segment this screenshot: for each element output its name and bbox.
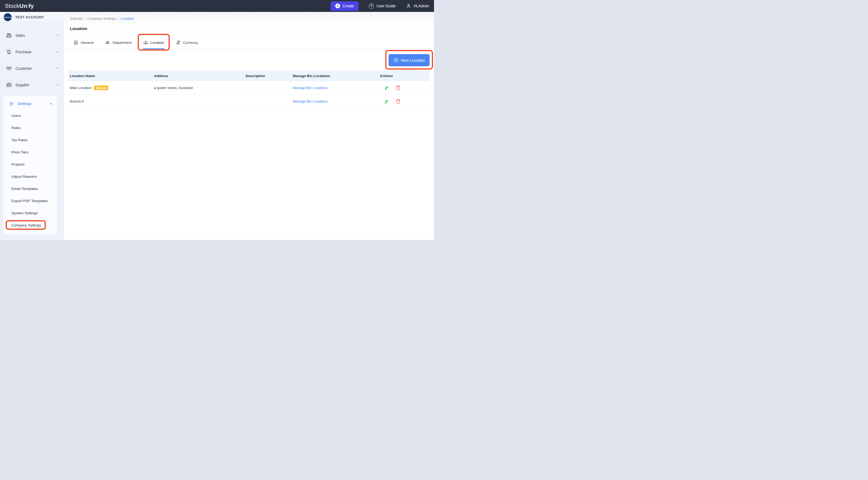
sidebar-item-label: Customer — [16, 66, 32, 71]
sidebar-item-label: Supplier — [16, 83, 29, 87]
sidebar-item-label: Purchase — [16, 50, 31, 54]
breadcrumb-company-settings[interactable]: Company Settings — [87, 17, 116, 21]
warehouse-icon — [144, 40, 148, 45]
submenu-label: Price Tiers — [11, 150, 29, 154]
sidebar-nav: Sales Purchase Customer — [0, 23, 64, 93]
page-header: Settings / Company Settings / Location L… — [64, 12, 434, 35]
user-menu[interactable]: Hi,Admin — [406, 3, 429, 9]
breadcrumb-settings[interactable]: Settings — [70, 17, 83, 21]
trash-icon — [396, 99, 400, 104]
id-card-icon — [6, 82, 12, 88]
sidebar-item-export-pdf-templates[interactable]: Export PDF Templates — [3, 195, 57, 207]
submenu-label: System Settings — [11, 211, 38, 215]
plus-circle-icon: + — [335, 3, 340, 8]
tab-bar: General Department Location — [64, 36, 434, 49]
main-content: Settings / Company Settings / Location L… — [64, 12, 434, 240]
edit-button[interactable] — [384, 85, 389, 90]
delete-button[interactable] — [396, 85, 400, 90]
breadcrumb-location[interactable]: Location — [121, 17, 134, 21]
locations-table: Location Name Address Description Manage… — [69, 71, 430, 108]
manage-bin-locations-link[interactable]: Manage Bin Locations — [293, 99, 328, 103]
tab-currency[interactable]: Currency — [174, 36, 200, 49]
submenu-label: Roles — [11, 126, 21, 130]
chevron-down-icon — [56, 50, 59, 54]
edit-button[interactable] — [384, 99, 389, 104]
sidebar-item-company-settings[interactable]: Company Settings — [3, 219, 57, 231]
table-row: Main Location Default a queen street, Au… — [69, 81, 430, 95]
breadcrumb: Settings / Company Settings / Location — [70, 17, 428, 21]
column-header-description: Description — [245, 71, 292, 81]
cell-location-name: Main Location Default — [69, 81, 153, 94]
trash-icon — [396, 85, 400, 90]
user-guide-label: User Guide — [376, 4, 396, 8]
table-header-row: Location Name Address Description Manage… — [69, 71, 430, 81]
account-header[interactable]: StockUnify TEST ACCOUNT — [0, 12, 64, 23]
plus-circle-outline-icon — [394, 58, 399, 63]
sidebar-item-roles[interactable]: Roles — [3, 122, 57, 134]
department-people-icon — [105, 40, 110, 45]
column-header-actions: Actions — [379, 71, 430, 81]
tab-location[interactable]: Location — [141, 36, 166, 49]
sidebar: StockUnify TEST ACCOUNT Sales Purchase — [0, 12, 64, 240]
sidebar-item-settings[interactable]: Settings — [3, 97, 57, 109]
sidebar-item-projects[interactable]: Projects — [3, 158, 57, 170]
cell-actions — [379, 95, 430, 108]
tab-general[interactable]: General — [71, 36, 96, 49]
sidebar-item-adjust-reasons[interactable]: Adjust Reasons — [3, 170, 57, 183]
greeting-label: Hi,Admin — [414, 4, 429, 8]
cell-address — [153, 95, 245, 108]
gear-icon — [9, 101, 14, 106]
chevron-down-icon — [56, 83, 59, 87]
location-name: Main Location — [70, 86, 92, 90]
submenu-label: Tax Rates — [11, 138, 28, 142]
sidebar-item-users[interactable]: Users — [3, 109, 57, 122]
sidebar-item-price-tiers[interactable]: Price Tiers — [3, 146, 57, 158]
tab-department[interactable]: Department — [103, 36, 134, 49]
sidebar-item-email-templates[interactable]: Email Templates — [3, 183, 57, 195]
settings-submenu: Users Roles Tax Rates Price Tiers Projec… — [3, 109, 57, 231]
chevron-down-icon — [56, 67, 59, 70]
new-location-button[interactable]: New Location — [389, 54, 430, 66]
cash-register-icon — [6, 32, 12, 38]
sidebar-item-tax-rates[interactable]: Tax Rates — [3, 134, 57, 146]
sidebar-item-system-settings[interactable]: System Settings — [3, 207, 57, 219]
submenu-label: Users — [11, 114, 21, 118]
user-guide-link[interactable]: ? User Guide — [369, 3, 396, 9]
submenu-label: Projects — [11, 162, 25, 166]
cell-manage-bin-locations: Manage Bin Locations — [292, 81, 379, 94]
create-button[interactable]: + Create — [331, 1, 359, 11]
account-name: TEST ACCOUNT — [15, 15, 44, 19]
tab-label: Location — [150, 40, 164, 45]
cell-description — [245, 95, 292, 108]
brand-logo[interactable]: StockUnify — [5, 3, 34, 9]
submenu-label: Adjust Reasons — [11, 174, 37, 179]
app-root: StockUnify + Create ? User Guide Hi,Admi… — [0, 0, 434, 240]
sidebar-item-sales[interactable]: Sales — [0, 27, 64, 43]
column-header-location-name: Location Name — [69, 71, 153, 81]
submenu-label: Company Settings — [11, 223, 41, 227]
tab-label: Department — [113, 40, 132, 45]
account-avatar: StockUnify — [4, 13, 12, 21]
default-badge: Default — [94, 86, 108, 90]
settings-section: Settings Users Roles Tax Rates Price Tie… — [3, 96, 57, 234]
page-title: Location — [70, 26, 428, 31]
sidebar-item-customer[interactable]: Customer — [0, 60, 64, 76]
sidebar-item-supplier[interactable]: Supplier — [0, 76, 64, 93]
topbar: StockUnify + Create ? User Guide Hi,Admi… — [0, 0, 434, 12]
toolbar: New Location — [64, 49, 434, 69]
cell-description — [245, 81, 292, 94]
sidebar-item-purchase[interactable]: Purchase — [0, 43, 64, 60]
delete-button[interactable] — [396, 99, 400, 104]
tab-location-wrapper: Location — [141, 36, 166, 49]
brand-text: Stock — [5, 3, 20, 9]
cell-location-name: Branch A — [69, 95, 153, 108]
people-group-icon — [6, 65, 12, 71]
manage-bin-locations-link[interactable]: Manage Bin Locations — [293, 86, 328, 90]
address-text: a queen street, Auckland — [154, 86, 193, 90]
settings-label: Settings — [17, 101, 31, 106]
currency-refresh-icon — [176, 40, 181, 45]
table-row: Branch A Manage Bin Locations — [69, 95, 430, 108]
edit-pencil-icon — [384, 85, 389, 90]
create-button-label: Create — [343, 4, 354, 8]
cell-manage-bin-locations: Manage Bin Locations — [292, 95, 379, 108]
